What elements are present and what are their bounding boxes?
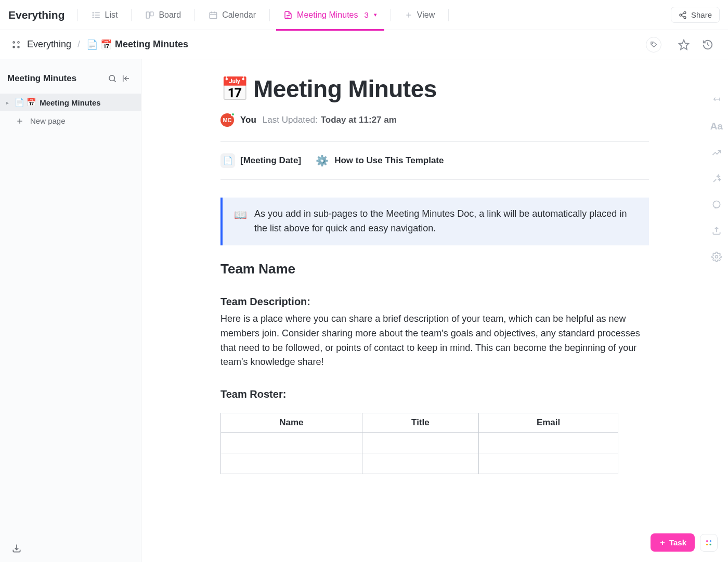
author-name: You bbox=[240, 115, 256, 125]
breadcrumb-root[interactable]: Everything bbox=[27, 39, 71, 50]
apps-button[interactable] bbox=[700, 534, 718, 552]
roster-table[interactable]: Name Title Email bbox=[220, 413, 618, 474]
table-row[interactable] bbox=[221, 453, 618, 474]
subpage-links-row: 📄 [Meeting Date] ⚙️ How to Use This Temp… bbox=[220, 142, 649, 180]
page-emoji: 📄 📅 bbox=[15, 98, 36, 107]
doc-title-emoji[interactable]: 📅 bbox=[220, 77, 249, 100]
cell[interactable] bbox=[362, 453, 479, 474]
tab-calendar[interactable]: Calendar bbox=[201, 0, 263, 30]
separator bbox=[131, 9, 132, 21]
chevron-down-icon: ▾ bbox=[374, 11, 377, 18]
team-description-body[interactable]: Here is a place where you can share a br… bbox=[220, 312, 649, 370]
magic-wand-icon[interactable] bbox=[711, 174, 722, 184]
separator bbox=[194, 9, 195, 21]
collapse-sidebar-button[interactable] bbox=[119, 72, 133, 85]
share-button[interactable]: Share bbox=[671, 7, 720, 23]
svg-point-16 bbox=[684, 11, 686, 14]
separator bbox=[269, 9, 270, 21]
table-row[interactable] bbox=[221, 433, 618, 453]
svg-line-19 bbox=[682, 13, 684, 15]
tab-board[interactable]: Board bbox=[138, 0, 188, 30]
cell[interactable] bbox=[479, 433, 618, 453]
share-label: Share bbox=[691, 10, 712, 19]
sidebar-title: Meeting Minutes bbox=[7, 73, 106, 84]
comment-icon[interactable] bbox=[711, 200, 722, 210]
tab-meeting-minutes[interactable]: Meeting Minutes 3 ▾ bbox=[276, 0, 384, 30]
export-icon[interactable] bbox=[711, 226, 722, 236]
cell[interactable] bbox=[362, 433, 479, 453]
svg-point-27 bbox=[109, 75, 115, 81]
separator bbox=[77, 9, 78, 21]
gear-icon: ⚙️ bbox=[315, 153, 329, 168]
doc-outline-sidebar: Meeting Minutes ▸ 📄 📅 Meeting Minutes Ne… bbox=[0, 59, 141, 562]
svg-point-42 bbox=[710, 540, 711, 542]
heading-team-description[interactable]: Team Description: bbox=[220, 296, 649, 308]
svg-point-5 bbox=[93, 17, 94, 18]
svg-point-18 bbox=[684, 16, 686, 18]
tab-list[interactable]: List bbox=[84, 0, 125, 30]
svg-point-3 bbox=[93, 12, 94, 13]
separator bbox=[448, 9, 449, 21]
subpage-how-to-use[interactable]: ⚙️ How to Use This Template bbox=[315, 153, 444, 168]
workspace-name[interactable]: Everything bbox=[8, 9, 65, 21]
ai-sparkle-icon[interactable] bbox=[711, 148, 722, 158]
typography-button[interactable]: Aa bbox=[710, 121, 723, 132]
doc-icon bbox=[283, 10, 293, 20]
svg-rect-8 bbox=[210, 12, 217, 18]
doc-content-area: Aa 📅 Meeting Minutes bbox=[141, 59, 728, 562]
sidebar-page-item[interactable]: ▸ 📄 📅 Meeting Minutes bbox=[0, 94, 141, 111]
history-button[interactable] bbox=[699, 36, 717, 54]
right-tool-rail: Aa bbox=[710, 96, 723, 262]
svg-point-22 bbox=[18, 42, 19, 43]
new-page-button[interactable]: New page bbox=[0, 111, 141, 130]
task-button-label: Task bbox=[669, 538, 686, 547]
svg-point-25 bbox=[652, 43, 653, 44]
svg-point-41 bbox=[706, 540, 708, 542]
settings-icon[interactable] bbox=[711, 252, 722, 262]
col-name[interactable]: Name bbox=[221, 413, 362, 433]
favorite-button[interactable] bbox=[675, 36, 693, 54]
cell[interactable] bbox=[221, 433, 362, 453]
tab-label: View bbox=[417, 10, 435, 20]
doc-title[interactable]: Meeting Minutes bbox=[253, 75, 437, 103]
svg-marker-26 bbox=[679, 40, 688, 49]
tab-add-view[interactable]: View bbox=[397, 0, 442, 30]
new-page-label: New page bbox=[30, 116, 66, 125]
download-button[interactable] bbox=[11, 543, 22, 554]
heading-team-roster[interactable]: Team Roster: bbox=[220, 388, 649, 400]
svg-point-43 bbox=[706, 543, 708, 545]
page-emoji: 📄 📅 bbox=[86, 39, 112, 50]
heading-team-name[interactable]: Team Name bbox=[220, 261, 649, 277]
tab-label: List bbox=[105, 10, 118, 20]
svg-point-23 bbox=[13, 46, 15, 48]
subpage-label: [Meeting Date] bbox=[240, 155, 301, 166]
cell[interactable] bbox=[221, 453, 362, 474]
svg-point-17 bbox=[680, 14, 682, 16]
caret-right-icon: ▸ bbox=[6, 100, 11, 106]
breadcrumb-page[interactable]: 📄 📅 Meeting Minutes bbox=[86, 39, 188, 50]
subpage-label: How to Use This Template bbox=[334, 155, 444, 166]
breadcrumb-bar: Everything / 📄 📅 Meeting Minutes bbox=[0, 30, 728, 59]
list-icon bbox=[92, 10, 101, 20]
grid-icon[interactable] bbox=[11, 40, 21, 49]
author-avatar[interactable]: MC bbox=[220, 113, 234, 127]
svg-point-24 bbox=[18, 46, 19, 48]
breadcrumb-title: Meeting Minutes bbox=[115, 39, 188, 50]
plus-icon bbox=[405, 11, 413, 19]
tab-label: Calendar bbox=[222, 10, 256, 20]
breadcrumb-separator: / bbox=[77, 39, 80, 50]
subpage-meeting-date[interactable]: 📄 [Meeting Date] bbox=[220, 153, 301, 168]
back-arrow-icon[interactable] bbox=[711, 96, 722, 105]
new-task-button[interactable]: Task bbox=[651, 533, 695, 552]
avatar-initials: MC bbox=[223, 117, 231, 123]
search-button[interactable] bbox=[106, 72, 119, 85]
col-email[interactable]: Email bbox=[479, 413, 618, 433]
tag-button[interactable] bbox=[646, 37, 661, 53]
updated-value: Today at 11:27 am bbox=[321, 115, 397, 125]
table-header-row: Name Title Email bbox=[221, 413, 618, 433]
svg-line-28 bbox=[114, 80, 115, 82]
col-title[interactable]: Title bbox=[362, 413, 479, 433]
tab-label: Meeting Minutes bbox=[297, 10, 358, 20]
updated-label: Last Updated: bbox=[263, 115, 318, 125]
cell[interactable] bbox=[479, 453, 618, 474]
